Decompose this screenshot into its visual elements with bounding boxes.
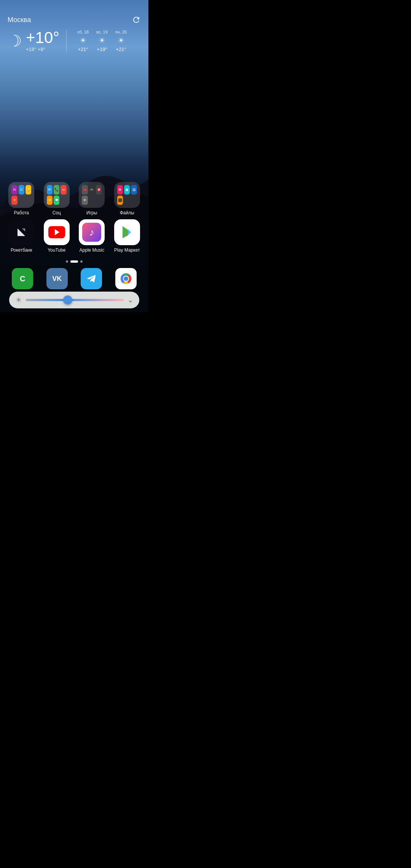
mini-icon-phone: 📞 (54, 185, 59, 195)
app-item-apple-music[interactable]: ♪ Apple Music (76, 219, 107, 253)
brightness-bar[interactable]: ☀ ⌄ (9, 292, 139, 308)
app-grid: N G 💡 Я Работа ✉ 📞 (0, 182, 148, 257)
folder-icon-igry: 🚗 🎮 🎯 ⚙ (79, 182, 105, 208)
weather-current: ☽ +10° +18° +8° (8, 30, 67, 52)
dock-icon-telegram (81, 268, 102, 289)
weather-forecast: сб, 18 ☀ +21° вс, 19 ☀ +19° пн, 20 ☀ +21… (67, 30, 131, 52)
forecast-day-1: вс, 19 ☀ +19° (92, 30, 112, 52)
youtube-logo (48, 226, 65, 238)
app-label-rocketbank: Рокетбанк (11, 247, 32, 253)
app-icon-apple-music: ♪ (79, 219, 105, 245)
brightness-chevron-icon[interactable]: ⌄ (127, 296, 133, 304)
svg-marker-5 (128, 229, 131, 235)
folder-icon-faily: ✿ ▣ ▤ ⬛ (114, 182, 140, 208)
refresh-icon[interactable] (132, 15, 141, 24)
app-item-rabota[interactable]: N G 💡 Я Работа (6, 182, 37, 215)
vk-label: VK (52, 275, 62, 283)
mini-icon-whatsapp: 💬 (54, 196, 59, 205)
forecast-sun-0: ☀ (80, 36, 86, 45)
mini-icon-game2: 🎮 (89, 185, 95, 195)
weather-body: ☽ +10° +18° +8° сб, 18 ☀ +21° вс, 19 ☀ +… (8, 30, 141, 52)
folder-label-soc: Соц (53, 210, 61, 215)
music-note-icon: ♪ (89, 227, 94, 238)
mini-icon-empty (61, 196, 66, 205)
mini-icon-amber: ⬛ (117, 196, 123, 205)
app-label-play-market: Play Маркет (114, 247, 140, 253)
app-icon-play-market (114, 219, 140, 245)
forecast-day-0: сб, 18 ☀ +21° (73, 30, 92, 52)
mini-icon-darkblue: ▤ (131, 185, 137, 195)
chrome-logo (118, 271, 134, 286)
dock-area: С VK (0, 266, 148, 312)
folder-label-rabota: Работа (14, 210, 29, 215)
screen-content: Москва ☽ +10° +18° +8° сб, 18 ☀ +21° (0, 0, 148, 312)
dock-item-sber[interactable]: С (12, 268, 33, 289)
forecast-temp-0: +21° (78, 46, 88, 52)
app-item-play-market[interactable]: Play Маркет (112, 219, 142, 253)
forecast-sun-1: ☀ (99, 36, 105, 45)
mini-icon-msg: ✉ (47, 185, 53, 195)
page-dot-1 (70, 260, 78, 263)
dock-item-telegram[interactable] (81, 268, 102, 289)
dock-item-chrome[interactable] (115, 268, 137, 289)
folder-label-faily: Файлы (120, 210, 134, 215)
weather-header: Москва (8, 15, 141, 24)
brightness-sun-icon: ☀ (15, 295, 22, 305)
mini-icon-game3: 🎯 (96, 185, 102, 195)
mini-icon-pink: ✿ (117, 185, 123, 195)
app-item-rocketbank[interactable]: Рокетбанк (6, 219, 37, 253)
forecast-label-0: сб, 18 (77, 30, 89, 34)
forecast-temp-1: +19° (97, 46, 107, 52)
folder-row: N G 💡 Я Работа ✉ 📞 (4, 182, 145, 215)
mini-icon-empty3 (96, 196, 102, 205)
temp-range: +18° +8° (26, 46, 59, 52)
mini-icon-empty2 (89, 196, 95, 205)
forecast-label-1: вс, 19 (96, 30, 108, 34)
folder-icon-soc: ✉ 📞 M ✉ 💬 (44, 182, 70, 208)
dock-icon-chrome (115, 268, 137, 289)
app-item-igry[interactable]: 🚗 🎮 🎯 ⚙ Игры (76, 182, 107, 215)
mini-icon-car: 🚗 (82, 185, 88, 195)
mini-icon-onenote: N (11, 185, 17, 195)
brightness-track[interactable] (26, 299, 124, 301)
dock-item-vk[interactable]: VK (46, 268, 68, 289)
folder-icon-rabota: N G 💡 Я (8, 182, 34, 208)
app-item-youtube[interactable]: YouTube (41, 219, 72, 253)
mini-icon-gmail: M (61, 185, 66, 195)
apple-music-logo: ♪ (82, 223, 101, 242)
forecast-day-2: пн, 20 ☀ +21° (112, 30, 131, 52)
app-row: Рокетбанк YouTube ♪ Apple Music (4, 219, 145, 253)
weather-widget: Москва ☽ +10° +18° +8° сб, 18 ☀ +21° (0, 0, 148, 60)
mini-icon-empty4 (124, 196, 130, 205)
app-icon-rocketbank (8, 219, 34, 245)
dock-icon-sber: С (12, 268, 33, 289)
moon-icon: ☽ (8, 33, 22, 49)
svg-marker-1 (22, 228, 25, 231)
forecast-sun-2: ☀ (118, 36, 124, 45)
app-label-youtube: YouTube (48, 247, 65, 253)
app-item-faily[interactable]: ✿ ▣ ▤ ⬛ Файлы (112, 182, 142, 215)
forecast-temp-2: +21° (116, 46, 126, 52)
mini-icon-google: G (19, 185, 24, 195)
page-dots (0, 260, 148, 263)
mini-icon-gear-game: ⚙ (82, 196, 88, 205)
mini-icon-idea: 💡 (25, 185, 31, 195)
youtube-play-icon (55, 229, 59, 235)
page-dot-2 (80, 260, 83, 263)
dock-icon-vk: VK (46, 268, 68, 289)
brightness-thumb[interactable] (63, 295, 72, 305)
mini-icon-cyan: ▣ (124, 185, 130, 195)
app-label-apple-music: Apple Music (80, 247, 104, 253)
page-dot-0 (66, 260, 68, 263)
app-item-soc[interactable]: ✉ 📞 M ✉ 💬 Соц (41, 182, 72, 215)
sber-label: С (20, 274, 25, 283)
mini-icon-empty5 (131, 196, 137, 205)
current-temp: +10° (26, 30, 59, 46)
mini-icon-email: ✉ (47, 196, 53, 205)
app-icon-youtube (44, 219, 70, 245)
city-name: Москва (8, 16, 31, 24)
play-store-logo (119, 225, 135, 240)
mini-icon-yandex: Я (11, 196, 17, 205)
telegram-logo (86, 273, 97, 284)
temp-info: +10° +18° +8° (26, 30, 59, 52)
